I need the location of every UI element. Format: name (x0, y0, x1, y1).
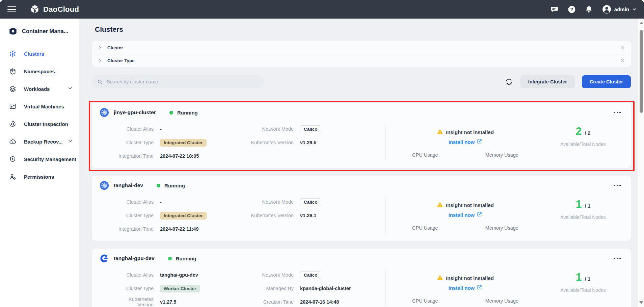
card-nodes-column: 2/ 2Available/Total Nodes (545, 122, 621, 163)
field-row-kubernetes-version: Kubernetes Versionv1.27.5 (115, 295, 248, 307)
nodes-caption: Available/Total Nodes (545, 287, 621, 293)
close-icon[interactable] (620, 45, 625, 50)
chevron-down-icon (68, 138, 73, 145)
field-value: 2024-07-22 11:49 (160, 226, 199, 232)
cluster-status: Running (168, 256, 196, 261)
sidebar-item-label: Namespaces (24, 69, 55, 74)
insight-status: Insight not installed (386, 274, 545, 282)
field-label: Integration Time (115, 153, 154, 159)
field-row-cluster-type: Cluster TypeIntegrated Cluster (115, 136, 248, 149)
field-row-network-mode: Network ModeCalico (248, 268, 385, 282)
refresh-icon[interactable] (505, 77, 513, 86)
sidebar-item-security-management[interactable]: Security Management (0, 150, 79, 168)
insight-text: Insight not installed (446, 202, 494, 208)
filter-row-cluster[interactable]: Cluster (92, 41, 631, 54)
card-menu-button[interactable] (613, 256, 621, 261)
cluster-name[interactable]: tanghai-gpu-dev (114, 255, 155, 261)
sidebar-item-namespaces[interactable]: Namespaces (0, 62, 79, 80)
hamburger-menu-icon[interactable] (7, 6, 16, 12)
sidebar-item-label: Clusters (24, 51, 44, 57)
field-label: Network Mode (248, 272, 294, 278)
field-label: Kubernetes Version (115, 297, 154, 307)
filter-row-cluster-type[interactable]: Cluster Type (92, 54, 631, 67)
sidebar-item-cluster-inspection[interactable]: Cluster Inspection (0, 115, 79, 133)
card-nodes-column: 1/ 1Available/Total Nodes (545, 195, 621, 236)
filter-panel: ClusterCluster Type (92, 41, 631, 67)
sidebar-item-backup-recov[interactable]: Backup Recov... (0, 133, 79, 150)
card-menu-button[interactable] (613, 183, 621, 188)
field-label: Cluster Alias (115, 272, 154, 278)
chat-icon[interactable] (551, 5, 559, 14)
cluster-card-tanghai-gpu-dev: tanghai-gpu-devRunningCluster Aliastangh… (92, 249, 631, 307)
field-value: v1.27.5 (160, 299, 176, 305)
memory-usage-label: Memory Usage (485, 225, 518, 231)
field-label: Cluster Type (115, 286, 154, 291)
field-row-cluster-alias: Cluster Alias- (115, 195, 248, 209)
field-value: kpanda-global-cluster (300, 286, 351, 291)
field-label: Cluster Alias (115, 199, 154, 205)
search-input[interactable] (106, 79, 259, 85)
field-row-creation-time: Creation Time2024-07-16 14:48 (248, 295, 385, 307)
cluster-status: Running (169, 110, 198, 116)
install-now-link-wrap: Install now (386, 282, 545, 291)
username: admin (614, 6, 629, 12)
cluster-name[interactable]: jinye-gpu-cluster (114, 109, 156, 116)
security-icon (9, 156, 16, 163)
module-title: Container Mana... (22, 28, 69, 34)
sidebar-item-label: Security Management (24, 156, 76, 162)
card-insight-column: Insight not installedInstall nowCPU Usag… (386, 122, 545, 163)
field-row-kubernetes-version: Kubernetes Versionv1.29.5 (248, 136, 385, 149)
scrollbar-down-arrow[interactable] (639, 301, 643, 304)
sidebar-divider (6, 42, 73, 42)
field-value: tanghai-gpu-dev (160, 272, 198, 278)
field-value: v1.29.5 (300, 140, 316, 145)
clusters-icon (9, 50, 16, 57)
field-row-integration-time: Integration Time2024-07-22 18:05 (115, 149, 248, 163)
kubernetes-icon (100, 108, 109, 117)
sidebar-item-clusters[interactable]: Clusters (0, 45, 79, 62)
field-row-cluster-type: Cluster TypeIntegrated Cluster (115, 209, 248, 222)
field-value: 2024-07-16 14:48 (300, 299, 339, 305)
sidebar-item-label: Virtual Machines (24, 104, 64, 109)
usage-labels: CPU UsageMemory Usage (386, 152, 545, 158)
close-icon[interactable] (620, 58, 625, 63)
card-body: Cluster Alias-Cluster TypeIntegrated Clu… (92, 120, 631, 163)
bell-icon[interactable] (585, 5, 593, 14)
search-box[interactable] (92, 75, 264, 88)
install-now-link[interactable]: Install now (449, 139, 482, 145)
user-menu[interactable]: admin (602, 5, 637, 14)
permissions-icon (9, 173, 16, 180)
install-now-link[interactable]: Install now (449, 285, 482, 291)
chevron-right-icon (98, 58, 102, 63)
scrollbar-up-arrow[interactable] (639, 22, 643, 24)
external-link-icon (477, 139, 482, 145)
sidebar-header[interactable]: Container Mana... (0, 19, 79, 42)
help-icon[interactable]: ? (568, 5, 576, 14)
insight-status: Insight not installed (386, 201, 545, 209)
card-menu-button[interactable] (613, 110, 621, 115)
field-row-kubernetes-version: Kubernetes Versionv1.28.1 (248, 209, 385, 222)
integrate-cluster-button[interactable]: Integrate Cluster (520, 75, 575, 88)
card-body: Cluster Aliastanghai-gpu-devCluster Type… (92, 265, 631, 307)
filter-label: Cluster (107, 45, 123, 50)
nodes-available: 2 (576, 126, 582, 136)
install-now-link[interactable]: Install now (449, 212, 482, 218)
sidebar-item-virtual-machines[interactable]: Virtual Machines (0, 98, 79, 115)
install-now-link-wrap: Install now (386, 209, 545, 218)
create-cluster-button[interactable]: Create Cluster (582, 75, 631, 88)
nodes-available: 1 (576, 199, 582, 209)
field-row-integration-time: Integration Time2024-07-22 11:49 (115, 222, 248, 236)
nodes-count: 1/ 1 (545, 199, 621, 209)
sidebar-item-label: Cluster Inspection (24, 121, 68, 127)
toolbar: Integrate Cluster Create Cluster (92, 75, 631, 88)
inspection-icon (9, 121, 16, 128)
field-value: v1.28.1 (300, 213, 316, 218)
sidebar-item-permissions[interactable]: Permissions (0, 168, 79, 185)
field-row-cluster-type: Cluster TypeWorker Cluster (115, 282, 248, 295)
field-label: Integration Time (115, 226, 154, 232)
scrollbar-thumb[interactable] (640, 30, 643, 113)
page-title: Clusters (95, 25, 631, 33)
cluster-name[interactable]: tanghai-dev (114, 182, 143, 188)
top-navbar: DaoCloud ? admin (0, 0, 644, 19)
sidebar-item-workloads[interactable]: Workloads (0, 80, 79, 98)
